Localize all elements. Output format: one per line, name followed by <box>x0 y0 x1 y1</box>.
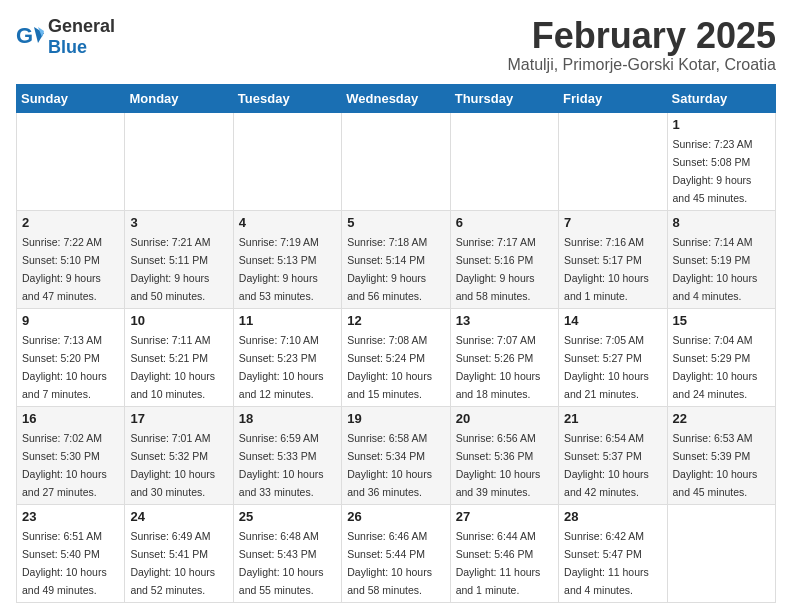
day-number: 7 <box>564 215 661 230</box>
week-row: 1Sunrise: 7:23 AM Sunset: 5:08 PM Daylig… <box>17 112 776 210</box>
day-info: Sunrise: 6:59 AM Sunset: 5:33 PM Dayligh… <box>239 432 324 498</box>
day-number: 22 <box>673 411 770 426</box>
day-number: 5 <box>347 215 444 230</box>
day-cell: 21Sunrise: 6:54 AM Sunset: 5:37 PM Dayli… <box>559 406 667 504</box>
day-info: Sunrise: 6:58 AM Sunset: 5:34 PM Dayligh… <box>347 432 432 498</box>
day-cell: 22Sunrise: 6:53 AM Sunset: 5:39 PM Dayli… <box>667 406 775 504</box>
day-cell: 18Sunrise: 6:59 AM Sunset: 5:33 PM Dayli… <box>233 406 341 504</box>
day-info: Sunrise: 7:10 AM Sunset: 5:23 PM Dayligh… <box>239 334 324 400</box>
day-number: 2 <box>22 215 119 230</box>
day-cell <box>17 112 125 210</box>
day-cell: 9Sunrise: 7:13 AM Sunset: 5:20 PM Daylig… <box>17 308 125 406</box>
day-cell: 23Sunrise: 6:51 AM Sunset: 5:40 PM Dayli… <box>17 504 125 602</box>
day-info: Sunrise: 7:08 AM Sunset: 5:24 PM Dayligh… <box>347 334 432 400</box>
day-cell: 27Sunrise: 6:44 AM Sunset: 5:46 PM Dayli… <box>450 504 558 602</box>
day-number: 15 <box>673 313 770 328</box>
week-row: 2Sunrise: 7:22 AM Sunset: 5:10 PM Daylig… <box>17 210 776 308</box>
page-header: G General Blue February 2025 Matulji, Pr… <box>16 16 776 74</box>
weekday-header: Monday <box>125 84 233 112</box>
day-number: 25 <box>239 509 336 524</box>
weekday-header: Friday <box>559 84 667 112</box>
week-row: 16Sunrise: 7:02 AM Sunset: 5:30 PM Dayli… <box>17 406 776 504</box>
day-cell: 7Sunrise: 7:16 AM Sunset: 5:17 PM Daylig… <box>559 210 667 308</box>
logo-blue-text: Blue <box>48 37 87 57</box>
day-info: Sunrise: 6:56 AM Sunset: 5:36 PM Dayligh… <box>456 432 541 498</box>
day-number: 14 <box>564 313 661 328</box>
day-info: Sunrise: 7:21 AM Sunset: 5:11 PM Dayligh… <box>130 236 210 302</box>
day-number: 12 <box>347 313 444 328</box>
day-info: Sunrise: 6:42 AM Sunset: 5:47 PM Dayligh… <box>564 530 649 596</box>
day-info: Sunrise: 6:51 AM Sunset: 5:40 PM Dayligh… <box>22 530 107 596</box>
day-info: Sunrise: 7:19 AM Sunset: 5:13 PM Dayligh… <box>239 236 319 302</box>
day-number: 20 <box>456 411 553 426</box>
day-number: 6 <box>456 215 553 230</box>
day-info: Sunrise: 7:11 AM Sunset: 5:21 PM Dayligh… <box>130 334 215 400</box>
day-cell: 26Sunrise: 6:46 AM Sunset: 5:44 PM Dayli… <box>342 504 450 602</box>
day-info: Sunrise: 7:04 AM Sunset: 5:29 PM Dayligh… <box>673 334 758 400</box>
title-section: February 2025 Matulji, Primorje-Gorski K… <box>507 16 776 74</box>
day-info: Sunrise: 7:17 AM Sunset: 5:16 PM Dayligh… <box>456 236 536 302</box>
calendar-table: SundayMondayTuesdayWednesdayThursdayFrid… <box>16 84 776 603</box>
day-cell: 28Sunrise: 6:42 AM Sunset: 5:47 PM Dayli… <box>559 504 667 602</box>
day-info: Sunrise: 7:01 AM Sunset: 5:32 PM Dayligh… <box>130 432 215 498</box>
day-cell: 11Sunrise: 7:10 AM Sunset: 5:23 PM Dayli… <box>233 308 341 406</box>
day-info: Sunrise: 7:16 AM Sunset: 5:17 PM Dayligh… <box>564 236 649 302</box>
day-cell: 13Sunrise: 7:07 AM Sunset: 5:26 PM Dayli… <box>450 308 558 406</box>
week-row: 23Sunrise: 6:51 AM Sunset: 5:40 PM Dayli… <box>17 504 776 602</box>
day-cell: 4Sunrise: 7:19 AM Sunset: 5:13 PM Daylig… <box>233 210 341 308</box>
day-cell: 19Sunrise: 6:58 AM Sunset: 5:34 PM Dayli… <box>342 406 450 504</box>
day-number: 4 <box>239 215 336 230</box>
day-info: Sunrise: 7:07 AM Sunset: 5:26 PM Dayligh… <box>456 334 541 400</box>
day-info: Sunrise: 7:14 AM Sunset: 5:19 PM Dayligh… <box>673 236 758 302</box>
day-cell: 8Sunrise: 7:14 AM Sunset: 5:19 PM Daylig… <box>667 210 775 308</box>
day-info: Sunrise: 7:22 AM Sunset: 5:10 PM Dayligh… <box>22 236 102 302</box>
day-number: 13 <box>456 313 553 328</box>
logo: G General Blue <box>16 16 115 58</box>
day-info: Sunrise: 6:46 AM Sunset: 5:44 PM Dayligh… <box>347 530 432 596</box>
day-cell: 2Sunrise: 7:22 AM Sunset: 5:10 PM Daylig… <box>17 210 125 308</box>
day-cell: 16Sunrise: 7:02 AM Sunset: 5:30 PM Dayli… <box>17 406 125 504</box>
day-number: 27 <box>456 509 553 524</box>
day-cell: 5Sunrise: 7:18 AM Sunset: 5:14 PM Daylig… <box>342 210 450 308</box>
day-number: 10 <box>130 313 227 328</box>
weekday-header: Tuesday <box>233 84 341 112</box>
day-number: 1 <box>673 117 770 132</box>
day-cell <box>125 112 233 210</box>
day-number: 16 <box>22 411 119 426</box>
day-info: Sunrise: 6:54 AM Sunset: 5:37 PM Dayligh… <box>564 432 649 498</box>
day-number: 21 <box>564 411 661 426</box>
logo-general-text: General <box>48 16 115 36</box>
day-cell: 12Sunrise: 7:08 AM Sunset: 5:24 PM Dayli… <box>342 308 450 406</box>
weekday-header-row: SundayMondayTuesdayWednesdayThursdayFrid… <box>17 84 776 112</box>
day-number: 3 <box>130 215 227 230</box>
calendar-subtitle: Matulji, Primorje-Gorski Kotar, Croatia <box>507 56 776 74</box>
day-number: 18 <box>239 411 336 426</box>
weekday-header: Wednesday <box>342 84 450 112</box>
day-number: 26 <box>347 509 444 524</box>
day-cell: 1Sunrise: 7:23 AM Sunset: 5:08 PM Daylig… <box>667 112 775 210</box>
day-cell: 25Sunrise: 6:48 AM Sunset: 5:43 PM Dayli… <box>233 504 341 602</box>
day-info: Sunrise: 7:18 AM Sunset: 5:14 PM Dayligh… <box>347 236 427 302</box>
day-cell <box>450 112 558 210</box>
day-cell <box>342 112 450 210</box>
day-number: 17 <box>130 411 227 426</box>
day-number: 23 <box>22 509 119 524</box>
day-info: Sunrise: 7:05 AM Sunset: 5:27 PM Dayligh… <box>564 334 649 400</box>
weekday-header: Thursday <box>450 84 558 112</box>
day-info: Sunrise: 6:48 AM Sunset: 5:43 PM Dayligh… <box>239 530 324 596</box>
day-info: Sunrise: 7:23 AM Sunset: 5:08 PM Dayligh… <box>673 138 753 204</box>
day-number: 19 <box>347 411 444 426</box>
day-cell: 3Sunrise: 7:21 AM Sunset: 5:11 PM Daylig… <box>125 210 233 308</box>
day-number: 8 <box>673 215 770 230</box>
day-number: 11 <box>239 313 336 328</box>
day-cell: 24Sunrise: 6:49 AM Sunset: 5:41 PM Dayli… <box>125 504 233 602</box>
day-cell: 14Sunrise: 7:05 AM Sunset: 5:27 PM Dayli… <box>559 308 667 406</box>
day-number: 28 <box>564 509 661 524</box>
day-cell: 15Sunrise: 7:04 AM Sunset: 5:29 PM Dayli… <box>667 308 775 406</box>
day-number: 9 <box>22 313 119 328</box>
weekday-header: Sunday <box>17 84 125 112</box>
day-cell <box>559 112 667 210</box>
day-info: Sunrise: 6:49 AM Sunset: 5:41 PM Dayligh… <box>130 530 215 596</box>
day-info: Sunrise: 7:02 AM Sunset: 5:30 PM Dayligh… <box>22 432 107 498</box>
day-info: Sunrise: 6:44 AM Sunset: 5:46 PM Dayligh… <box>456 530 541 596</box>
